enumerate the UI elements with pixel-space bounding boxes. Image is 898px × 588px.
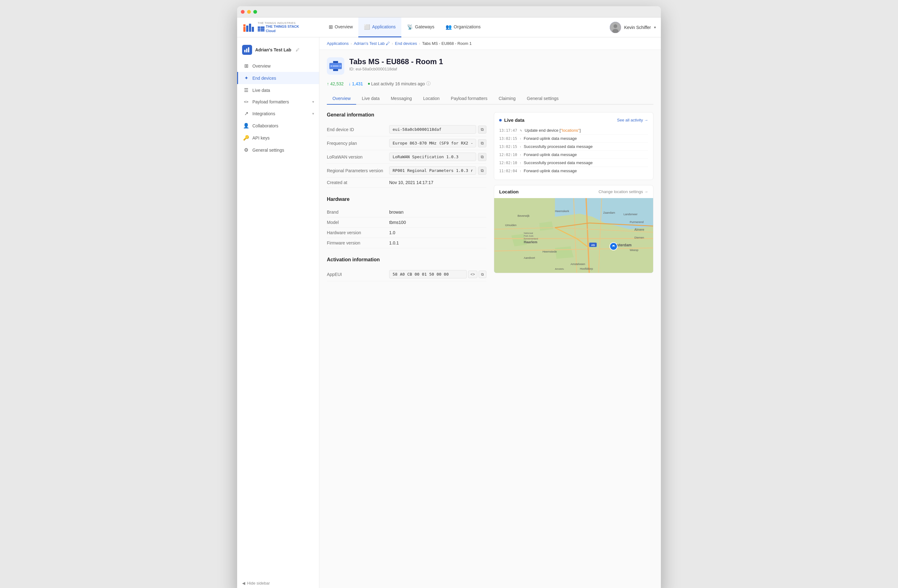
live-msg-2: Successfully processed data message xyxy=(524,144,593,149)
overview-icon: ⊞ xyxy=(329,24,333,30)
nav-applications[interactable]: ⬜ Applications xyxy=(358,17,401,37)
live-arrow-2: ↑ xyxy=(520,145,521,149)
svg-rect-21 xyxy=(339,65,341,67)
svg-text:Purmerend: Purmerend xyxy=(630,221,644,224)
svg-rect-5 xyxy=(258,26,260,28)
api-keys-icon: 🔑 xyxy=(243,135,249,141)
toggle-view-appEUI-button[interactable]: <> xyxy=(468,271,477,278)
regional-params-input[interactable] xyxy=(389,166,476,175)
location-title: Location xyxy=(499,189,519,194)
live-time-5: 11:02:04 xyxy=(499,169,517,173)
right-column: Live data See all activity → 13:17:47 ✎ … xyxy=(494,112,654,290)
sidebar-item-general-settings[interactable]: ⚙ General settings xyxy=(237,144,319,156)
svg-text:Beverwijk: Beverwijk xyxy=(518,214,530,217)
top-navigation: THE THINGS INDUSTRIES THE THINGS STACK C… xyxy=(237,17,661,37)
svg-point-12 xyxy=(614,24,617,28)
breadcrumb-sep-2: › xyxy=(392,41,393,46)
logo-text: THE THINGS INDUSTRIES THE THINGS STACK C… xyxy=(258,21,299,33)
lorawan-version-input[interactable] xyxy=(389,153,476,161)
live-msg-0: Update end device ["locations"] xyxy=(525,128,581,133)
svg-rect-2 xyxy=(246,26,248,32)
sidebar-item-live-data[interactable]: ☰ Live data xyxy=(237,84,319,96)
svg-rect-15 xyxy=(246,49,248,52)
svg-text:Weesp: Weesp xyxy=(630,249,638,252)
copy-end-device-id-button[interactable]: ⧉ xyxy=(478,126,486,134)
minimize-dot[interactable] xyxy=(247,10,251,14)
nav-gateways[interactable]: 📡 Gateways xyxy=(401,17,440,37)
copy-appEUI-button[interactable]: ⧉ xyxy=(478,271,486,278)
svg-rect-10 xyxy=(260,30,264,31)
live-msg-4: Successfully processed data message xyxy=(524,160,593,165)
svg-rect-7 xyxy=(258,30,260,31)
sidebar-item-api-keys[interactable]: 🔑 API keys xyxy=(237,132,319,144)
copy-frequency-plan-button[interactable]: ⧉ xyxy=(478,139,486,147)
device-header: Tabs MS - EU868 - Room 1 ID: eui-58a0cb0… xyxy=(327,57,654,75)
collaborators-icon: 👤 xyxy=(243,123,249,129)
info-row-created-at: Created at Nov 10, 2021 14:17:17 xyxy=(327,178,486,188)
tab-payload-formatters[interactable]: Payload formatters xyxy=(445,93,493,104)
svg-rect-20 xyxy=(332,65,339,67)
breadcrumb-sep-3: › xyxy=(419,41,420,46)
live-entry-0: 13:17:47 ✎ Update end device ["locations… xyxy=(499,126,648,135)
nav-overview[interactable]: ⊞ Overview xyxy=(323,17,358,37)
copy-regional-params-button[interactable]: ⧉ xyxy=(478,167,486,175)
breadcrumb-test-lab[interactable]: Adrian's Test Lab 🖊 xyxy=(354,41,390,46)
tab-location[interactable]: Location xyxy=(418,93,445,104)
live-time-4: 12:02:10 xyxy=(499,161,517,165)
end-device-id-input[interactable] xyxy=(389,125,476,134)
frequency-plan-input[interactable] xyxy=(389,139,476,147)
sidebar-item-payload-formatters[interactable]: <> Payload formatters ▾ xyxy=(237,96,319,107)
titlebar xyxy=(237,6,661,17)
uplink-arrow-icon: ↑ xyxy=(327,81,329,86)
breadcrumb-applications[interactable]: Applications xyxy=(327,41,349,46)
chevron-down-icon: ▾ xyxy=(654,25,656,29)
svg-text:Hoofddorp: Hoofddorp xyxy=(580,267,593,270)
user-area[interactable]: Kevin Schiffer ▾ xyxy=(610,22,656,33)
map-container[interactable]: A5 Haarlem Amsterdam Almere IJmuiden Bev… xyxy=(494,198,653,273)
sidebar-item-end-devices[interactable]: ✦ End devices xyxy=(237,72,319,84)
applications-icon: ⬜ xyxy=(364,24,370,30)
svg-text:A5: A5 xyxy=(591,244,595,247)
live-entry-1: 13:02:15 ↑ Forward uplink data message xyxy=(499,135,648,143)
nav-organizations[interactable]: 👥 Organizations xyxy=(440,17,486,37)
change-location-link[interactable]: Change location settings → xyxy=(598,189,648,194)
svg-rect-3 xyxy=(249,24,251,32)
expand-icon-2: ▾ xyxy=(312,112,314,116)
activation-title: Activation information xyxy=(327,257,486,263)
sidebar-item-collaborators[interactable]: 👤 Collaborators xyxy=(237,120,319,132)
help-icon[interactable]: ⓘ xyxy=(426,81,431,87)
svg-text:Haarlem: Haarlem xyxy=(524,240,538,244)
sidebar-item-integrations[interactable]: ↗ Integrations ▾ xyxy=(237,107,319,120)
close-dot[interactable] xyxy=(241,10,244,14)
live-data-panel: Live data See all activity → 13:17:47 ✎ … xyxy=(494,112,654,180)
tab-messaging[interactable]: Messaging xyxy=(385,93,418,104)
tab-general-settings[interactable]: General settings xyxy=(521,93,564,104)
maximize-dot[interactable] xyxy=(253,10,257,14)
tab-overview[interactable]: Overview xyxy=(327,93,356,104)
appEUI-input[interactable] xyxy=(389,270,467,278)
breadcrumb-sep-1: › xyxy=(351,41,352,46)
device-title: Tabs MS - EU868 - Room 1 ID: eui-58a0cb0… xyxy=(349,57,443,71)
tab-claiming[interactable]: Claiming xyxy=(493,93,521,104)
see-all-activity-link[interactable]: See all activity → xyxy=(617,118,648,123)
live-arrow-5: ↑ xyxy=(520,169,521,173)
sidebar-app-name: Adrian's Test Lab xyxy=(255,48,291,52)
svg-text:Kennemerland: Kennemerland xyxy=(524,238,538,240)
live-arrow-3: ↑ xyxy=(520,153,521,157)
hide-sidebar-button[interactable]: ◀ Hide sidebar xyxy=(237,577,319,588)
downlink-stat: ↓ 1,431 xyxy=(349,81,363,86)
device-icon-svg xyxy=(329,61,342,71)
live-arrow-0: ✎ xyxy=(520,129,522,132)
left-column: General information End device ID ⧉ Freq… xyxy=(327,112,486,290)
live-data-header: Live data See all activity → xyxy=(499,117,648,123)
svg-text:Amstelv.: Amstelv. xyxy=(555,267,564,270)
live-entry-5: 11:02:04 ↑ Forward uplink data message xyxy=(499,167,648,175)
svg-text:Aandvort: Aandvort xyxy=(524,256,535,259)
hardware-section: Hardware Brand browan Model tbms100 Hard… xyxy=(327,197,486,248)
hardware-title: Hardware xyxy=(327,197,486,202)
breadcrumb-end-devices[interactable]: End devices xyxy=(395,41,417,46)
copy-lorawan-version-button[interactable]: ⧉ xyxy=(478,153,486,161)
expand-icon: ▾ xyxy=(312,100,314,104)
tab-live-data[interactable]: Live data xyxy=(356,93,385,104)
sidebar-item-overview[interactable]: ⊞ Overview xyxy=(237,60,319,72)
